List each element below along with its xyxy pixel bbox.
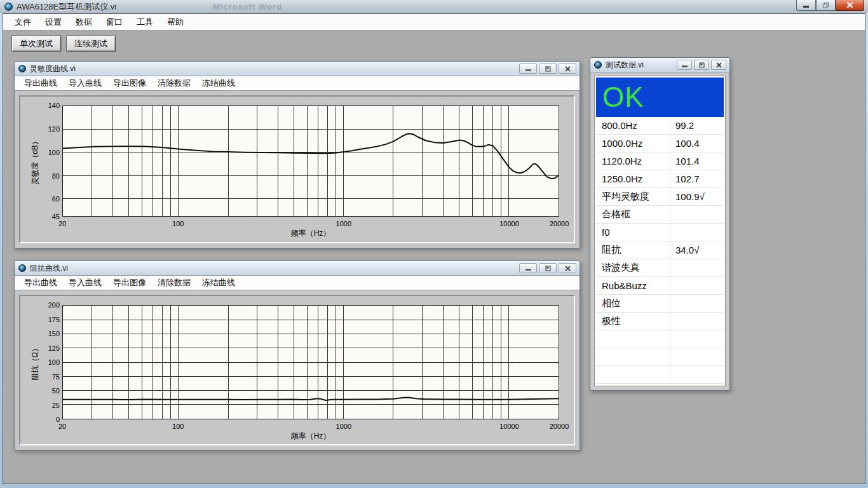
sensitivity-window-titlebar[interactable]: 灵敏度曲线.vi [15,62,580,76]
table-row: Rub&Buzz [596,277,724,295]
minimize-button[interactable] [677,60,692,70]
screen: AWA6128E型耳机测试仪.vi Microsoft Word 文件 设置 数… [0,0,868,488]
y-tick-label: 25 [52,402,60,409]
y-tick-label: 125 [48,344,60,352]
menu-tools[interactable]: 工具 [130,15,159,30]
table-row: 阻抗34.0√ [596,241,724,259]
table-row [596,366,724,384]
minimize-icon [803,3,810,8]
menu-settings[interactable]: 设置 [39,15,68,30]
restore-button[interactable] [816,0,836,11]
vi-icon [18,264,26,272]
menu-freeze-curve[interactable]: 冻结曲线 [196,76,241,91]
menu-clear-data[interactable]: 清除数据 [152,76,196,91]
table-row [596,330,724,348]
x-tick-label: 20 [58,220,66,227]
menu-export-curve[interactable]: 导出曲线 [18,275,63,290]
test-data-table: 800.0Hz99.2 1000.0Hz100.4 1120.0Hz101.4 … [596,117,724,384]
continuous-test-button[interactable]: 连续测试 [66,36,116,51]
restore-button[interactable] [539,64,557,74]
restore-icon [545,266,551,271]
y-tick-label: 75 [52,373,60,381]
menu-export-image[interactable]: 导出图像 [107,76,152,91]
test-status-banner: OK [596,78,724,117]
minimize-icon [526,67,531,71]
sensitivity-plot [62,105,559,217]
y-tick-label: 60 [52,195,60,203]
table-row [596,348,724,366]
impedance-y-ticks: 2001751501251007550250 [37,305,61,419]
impedance-x-axis-label: 频率（Hz） [62,431,559,442]
test-data-window-title: 测试数据.vi [606,60,644,71]
close-button[interactable] [711,60,726,70]
impedance-window-body: 阻抗（Ω） 2001751501251007550250 20100100010… [15,291,579,449]
client-area: 单次测试 连续测试 灵敏度曲线.vi 导出曲线 导入曲线 导出图像 [3,30,865,484]
y-tick-label: 150 [48,330,60,337]
menu-import-curve[interactable]: 导入曲线 [63,76,107,91]
x-tick-label: 20 [58,423,66,430]
main-titlebar[interactable]: AWA6128E型耳机测试仪.vi Microsoft Word [0,0,868,13]
y-tick-label: 100 [48,358,60,366]
sensitivity-x-ticks: 2010010001000020000 [62,219,559,227]
background-window-ghost-title: Microsoft Word [213,2,282,11]
menu-export-curve[interactable]: 导出曲线 [18,76,63,91]
sensitivity-window-title: 灵敏度曲线.vi [30,64,76,74]
x-tick-label: 20000 [550,220,569,227]
x-tick-label: 10000 [499,220,519,227]
impedance-plot [62,305,559,419]
minimize-icon [526,266,531,271]
y-tick-label: 200 [48,301,60,309]
table-row: 相位 [596,295,724,313]
close-button[interactable] [559,263,576,273]
menu-clear-data[interactable]: 清除数据 [152,275,196,290]
x-tick-label: 100 [172,423,184,430]
restore-button[interactable] [539,263,557,273]
table-row: 1250.0Hz102.7 [596,170,724,188]
x-tick-label: 1000 [336,423,351,430]
main-window: 文件 设置 数据 窗口 工具 帮助 单次测试 连续测试 灵敏度曲线.vi [3,13,865,484]
impedance-window-titlebar[interactable]: 阻抗曲线.vi [15,261,580,276]
menu-data[interactable]: 数据 [69,15,98,30]
sensitivity-curve-window: 灵敏度曲线.vi 导出曲线 导入曲线 导出图像 清除数据 冻结曲线 [14,61,580,248]
test-data-body: OK 800.0Hz99.2 1000.0Hz100.4 1120.0Hz101… [592,73,728,389]
vi-icon [18,65,26,72]
menu-file[interactable]: 文件 [8,15,37,30]
impedance-x-ticks: 2010010001000020000 [62,421,559,430]
test-data-window-titlebar[interactable]: 测试数据.vi [590,58,729,72]
minimize-button[interactable] [519,64,537,74]
sensitivity-x-axis-label: 频率（Hz） [62,228,559,239]
sensitivity-chart-panel: 灵敏度（dB） 140120100806045 2010010001000020… [19,95,575,243]
impedance-window-menubar: 导出曲线 导入曲线 导出图像 清除数据 冻结曲线 [15,276,580,290]
y-tick-label: 175 [48,316,60,323]
sensitivity-y-ticks: 140120100806045 [37,105,61,217]
close-button[interactable] [559,64,576,74]
close-button[interactable] [836,0,864,11]
y-tick-label: 80 [52,172,60,180]
menu-help[interactable]: 帮助 [161,15,190,30]
y-tick-label: 140 [48,102,60,109]
menu-export-image[interactable]: 导出图像 [107,275,152,290]
close-icon [846,2,853,8]
table-row: 谐波失真 [596,259,724,277]
minimize-icon [682,63,688,67]
restore-icon [699,62,705,68]
restore-icon [822,2,829,8]
minimize-button[interactable] [796,0,816,11]
y-tick-label: 100 [48,149,60,156]
main-caption-buttons [796,0,864,11]
impedance-window-title: 阻抗曲线.vi [30,263,68,274]
table-row: 1120.0Hz101.4 [596,152,724,170]
vi-icon [594,61,602,69]
menu-import-curve[interactable]: 导入曲线 [63,275,107,290]
restore-button[interactable] [694,60,709,70]
y-tick-label: 120 [48,125,60,133]
main-window-title: AWA6128E型耳机测试仪.vi [17,1,116,13]
sensitivity-window-body: 灵敏度（dB） 140120100806045 2010010001000020… [15,92,579,247]
sensitivity-window-menubar: 导出曲线 导入曲线 导出图像 清除数据 冻结曲线 [15,76,580,91]
minimize-button[interactable] [519,263,537,273]
close-icon [716,62,722,68]
menu-window[interactable]: 窗口 [100,15,129,30]
x-tick-label: 1000 [336,220,351,227]
single-test-button[interactable]: 单次测试 [11,36,61,51]
menu-freeze-curve[interactable]: 冻结曲线 [196,275,241,290]
